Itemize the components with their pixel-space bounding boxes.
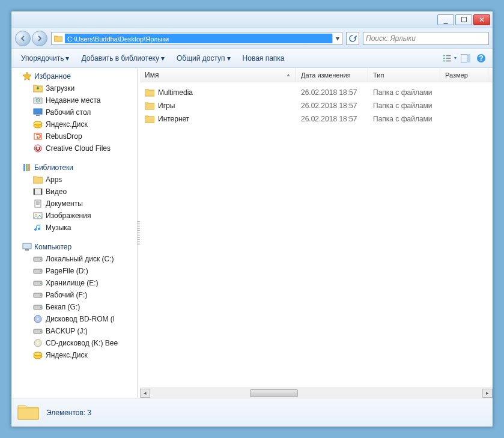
h-scrollbar[interactable]: ◂ ▸ [140, 388, 493, 398]
nav-item-label: Дисковод BD-ROM (I [46, 315, 115, 323]
folder-icon [145, 88, 154, 97]
scroll-left-button[interactable]: ◂ [140, 389, 150, 398]
nav-item[interactable]: Бекап (G:) [11, 301, 137, 313]
col-date[interactable]: Дата изменения [296, 68, 368, 82]
address-path[interactable]: C:\Users\Buddha\Desktop\Ярлыки [65, 34, 332, 43]
nav-item-label: Музыка [46, 224, 71, 232]
splitter[interactable] [138, 68, 140, 398]
help-icon: ? [476, 53, 486, 63]
file-type: Папка с файлами [368, 115, 440, 123]
nav-item[interactable]: Музыка [11, 222, 137, 234]
maximize-button[interactable]: ☐ [455, 14, 472, 25]
nav-item[interactable]: Рабочий (F:) [11, 289, 137, 301]
chevron-down-icon: ▾ [161, 54, 165, 62]
desktop-icon [33, 108, 43, 117]
hdd-icon [33, 266, 43, 276]
col-name[interactable]: Имя▲ [140, 68, 296, 82]
nav-group-label: Компьютер [34, 243, 71, 251]
column-headers: Имя▲ Дата изменения Тип Размер [140, 68, 493, 82]
svg-rect-20 [26, 164, 28, 171]
svg-point-35 [40, 283, 41, 284]
nav-item-label: Локальный диск (C:) [46, 255, 114, 263]
close-button[interactable]: ✕ [473, 14, 490, 25]
share-button[interactable]: Общий доступ ▾ [172, 52, 235, 64]
nav-item[interactable]: Яндекс.Диск [11, 118, 137, 130]
svg-rect-3 [446, 55, 451, 56]
file-date: 26.02.2018 18:57 [296, 115, 368, 123]
file-date: 26.02.2018 18:57 [296, 88, 368, 97]
nav-group-header[interactable]: Избранное [11, 70, 137, 82]
col-type[interactable]: Тип [368, 68, 440, 82]
yadisk-icon [33, 120, 43, 129]
nav-item[interactable]: Яндекс.Диск [11, 349, 137, 361]
nav-item-label: Документы [46, 199, 83, 208]
view-options-button[interactable]: ▾ [443, 52, 457, 65]
pc-icon [22, 242, 32, 252]
nav-item-label: Бекап (G:) [46, 303, 80, 311]
folder-icon [145, 101, 154, 111]
arrow-right-icon [36, 35, 43, 42]
nav-pane[interactable]: Избранное Загрузки Недавние места Рабочи… [11, 68, 138, 398]
svg-rect-2 [443, 60, 445, 61]
nav-item[interactable]: Видео [11, 186, 137, 198]
nav-item-label: Видео [46, 187, 67, 196]
file-row[interactable]: Multimedia 26.02.2018 18:57 Папка с файл… [140, 86, 493, 99]
nav-item-label: Рабочий (F:) [46, 291, 87, 299]
star-icon [22, 71, 32, 81]
nav-item[interactable]: BACKUP (J:) [11, 325, 137, 337]
nav-group-header[interactable]: Библиотеки [11, 162, 137, 174]
nav-item[interactable]: Локальный диск (C:) [11, 253, 137, 265]
address-bar[interactable]: C:\Users\Buddha\Desktop\Ярлыки ▾ [51, 32, 342, 45]
nav-item[interactable]: Изображения [11, 210, 137, 222]
svg-point-15 [34, 121, 42, 125]
nav-item[interactable]: Рабочий стол [11, 106, 137, 118]
address-dropdown[interactable]: ▾ [332, 34, 342, 43]
svg-rect-7 [467, 54, 470, 62]
col-size[interactable]: Размер [440, 68, 488, 82]
nav-item[interactable]: Документы [11, 198, 137, 210]
svg-point-27 [35, 214, 37, 216]
nav-item-label: Хранилище (E:) [46, 279, 98, 287]
nav-item[interactable]: RebusDrop [11, 130, 137, 142]
nav-group-header[interactable]: Компьютер [11, 241, 137, 253]
images-icon [33, 211, 43, 221]
nav-item-label: CD-дисковод (K:) Bee [46, 339, 118, 347]
nav-item-label: Creative Cloud Files [46, 144, 111, 153]
organize-button[interactable]: Упорядочить ▾ [16, 52, 74, 64]
svg-rect-23 [34, 189, 35, 195]
nav-item[interactable]: Apps [11, 174, 137, 186]
preview-pane-button[interactable] [459, 52, 472, 65]
scroll-thumb[interactable] [250, 389, 298, 397]
scroll-right-button[interactable]: ▸ [482, 389, 493, 398]
svg-rect-22 [34, 189, 42, 195]
file-row[interactable]: Игры 26.02.2018 18:57 Папка с файлами [140, 99, 493, 112]
search-input[interactable]: Поиск: Ярлыки [363, 32, 489, 45]
minimize-button[interactable]: _ [437, 14, 454, 25]
nav-item[interactable]: Дисковод BD-ROM (I [11, 313, 137, 325]
nav-item[interactable]: PageFile (D:) [11, 265, 137, 277]
nav-item[interactable]: Creative Cloud Files [11, 142, 137, 154]
svg-rect-13 [36, 115, 40, 116]
file-row[interactable]: Интернет 26.02.2018 18:57 Папка с файлам… [140, 112, 493, 126]
view-icon [443, 54, 453, 62]
back-button[interactable] [15, 31, 31, 46]
svg-rect-25 [35, 200, 41, 207]
file-name: Интернет [158, 115, 189, 123]
svg-text:?: ? [479, 54, 483, 62]
new-folder-button[interactable]: Новая папка [238, 52, 290, 64]
add-library-button[interactable]: Добавить в библиотеку ▾ [76, 52, 169, 64]
nav-item[interactable]: Хранилище (E:) [11, 277, 137, 289]
nav-item[interactable]: Загрузки [11, 82, 137, 94]
file-list[interactable]: Multimedia 26.02.2018 18:57 Папка с файл… [140, 82, 493, 388]
help-button[interactable]: ? [475, 52, 488, 65]
nav-item-label: Apps [46, 175, 62, 184]
refresh-button[interactable] [346, 32, 359, 45]
nav-item[interactable]: Недавние места [11, 94, 137, 106]
svg-rect-1 [443, 58, 445, 59]
svg-point-31 [40, 259, 41, 260]
forward-button[interactable] [32, 31, 47, 46]
nav-item[interactable]: CD-дисковод (K:) Bee [11, 337, 137, 349]
svg-rect-24 [41, 189, 42, 195]
svg-point-43 [40, 331, 41, 332]
nav-item-label: Изображения [46, 211, 91, 220]
